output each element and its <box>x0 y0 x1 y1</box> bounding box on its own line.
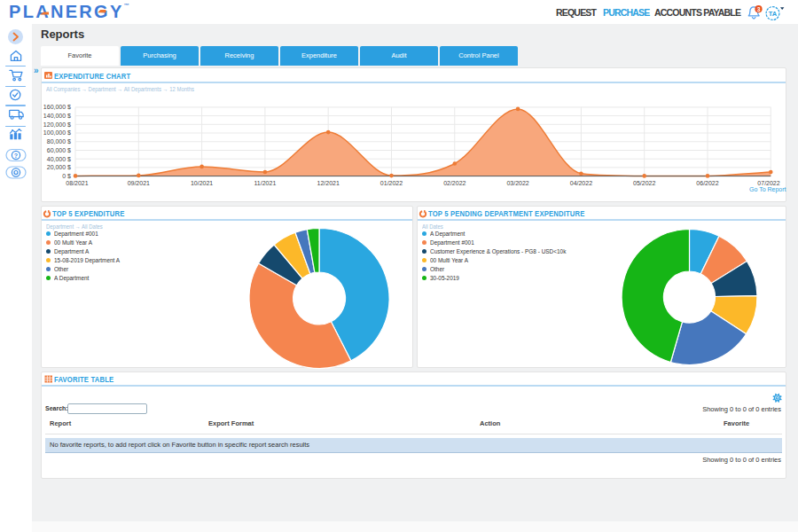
svg-text:100,000 $: 100,000 $ <box>43 129 71 136</box>
svg-text:?: ? <box>14 153 18 159</box>
svg-text:10/2021: 10/2021 <box>191 180 213 186</box>
svg-text:40,000 $: 40,000 $ <box>47 156 71 162</box>
svg-text:120,000 $: 120,000 $ <box>43 121 71 128</box>
svg-text:01/2022: 01/2022 <box>380 180 403 186</box>
svg-text:09/2021: 09/2021 <box>128 180 150 186</box>
svg-text:0 $: 0 $ <box>62 173 71 179</box>
svg-text:160,000 $: 160,000 $ <box>43 104 71 110</box>
svg-text:12/2021: 12/2021 <box>317 180 340 186</box>
svg-text:3: 3 <box>757 6 761 12</box>
svg-text:60,000 $: 60,000 $ <box>47 147 71 153</box>
svg-text:03/2022: 03/2022 <box>506 180 528 186</box>
svg-text:140,000 $: 140,000 $ <box>43 113 71 119</box>
svg-text:TA: TA <box>769 10 778 18</box>
svg-text:11/2021: 11/2021 <box>254 180 277 186</box>
svg-text:80,000 $: 80,000 $ <box>47 138 71 145</box>
svg-text:07/2022: 07/2022 <box>757 180 779 186</box>
svg-text:08/2021: 08/2021 <box>66 180 88 186</box>
svg-text:05/2022: 05/2022 <box>633 180 655 186</box>
svg-text:20,000 $: 20,000 $ <box>47 164 71 170</box>
svg-text:02/2022: 02/2022 <box>443 180 466 186</box>
svg-text:06/2022: 06/2022 <box>696 180 718 186</box>
svg-text:04/2022: 04/2022 <box>570 180 592 186</box>
